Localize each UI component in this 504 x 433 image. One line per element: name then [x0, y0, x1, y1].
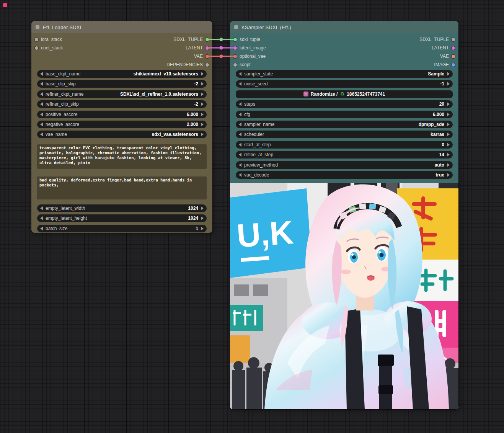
increment-arrow-icon[interactable] — [447, 82, 450, 86]
node-header[interactable]: Eff. Loader SDXL — [31, 21, 212, 33]
input-port-optional-vae[interactable]: optional_vae — [233, 52, 266, 60]
widget-base-ckpt-name[interactable]: base_ckpt_name shikianimexl_v10.safetens… — [37, 70, 207, 78]
widget-cfg[interactable]: cfg 6.000 — [236, 111, 453, 118]
increment-arrow-icon[interactable] — [447, 173, 450, 177]
decrement-arrow-icon[interactable] — [239, 173, 241, 177]
decrement-arrow-icon[interactable] — [40, 82, 43, 86]
port-dot[interactable] — [35, 38, 38, 41]
node-graph-canvas[interactable]: Eff. Loader SDXL lora_stack SDXL_TUPLE c… — [0, 0, 504, 433]
increment-arrow-icon[interactable] — [201, 206, 204, 210]
widget-base-clip-skip[interactable]: base_clip_skip -2 — [37, 80, 207, 88]
input-port-cnet-stack[interactable]: cnet_stack — [35, 44, 63, 52]
widget-scheduler[interactable]: scheduler karras — [236, 131, 453, 138]
port-dot[interactable] — [206, 38, 209, 41]
increment-arrow-icon[interactable] — [201, 102, 204, 106]
port-dot[interactable] — [452, 38, 455, 41]
decrement-arrow-icon[interactable] — [239, 153, 241, 157]
node-header[interactable]: KSampler SDXL (Eff.) — [230, 21, 458, 33]
increment-arrow-icon[interactable] — [201, 132, 204, 136]
decrement-arrow-icon[interactable] — [40, 72, 43, 76]
decrement-arrow-icon[interactable] — [40, 123, 43, 126]
seed-randomize-button[interactable]: Randomize / ♻ 186525247473741 — [236, 90, 453, 98]
positive-prompt-textarea[interactable]: transparent color PVC clothing, transpar… — [37, 144, 207, 169]
increment-arrow-icon[interactable] — [447, 132, 450, 136]
increment-arrow-icon[interactable] — [447, 72, 450, 76]
widget-noise-seed[interactable]: noise_seed -1 — [236, 80, 453, 88]
widget-refiner-clip-skip[interactable]: refiner_clip_skip -2 — [37, 100, 207, 108]
decrement-arrow-icon[interactable] — [239, 82, 241, 86]
decrement-arrow-icon[interactable] — [40, 92, 43, 96]
decrement-arrow-icon[interactable] — [239, 123, 241, 126]
dice-icon — [303, 92, 308, 96]
output-port-image[interactable]: IMAGE — [434, 60, 455, 69]
port-dot[interactable] — [452, 63, 455, 67]
increment-arrow-icon[interactable] — [447, 163, 450, 167]
increment-arrow-icon[interactable] — [201, 123, 204, 126]
port-dot[interactable] — [233, 46, 237, 50]
port-dot[interactable] — [233, 63, 237, 67]
decrement-arrow-icon[interactable] — [239, 143, 241, 147]
port-dot[interactable] — [452, 55, 455, 58]
port-dot[interactable] — [452, 46, 455, 50]
widget-positive-ascore[interactable]: positive_ascore 6.000 — [37, 111, 207, 118]
port-dot[interactable] — [35, 46, 38, 50]
port-dot[interactable] — [206, 63, 209, 67]
input-port-script[interactable]: script — [233, 60, 251, 69]
output-port-vae[interactable]: VAE — [194, 52, 209, 60]
decrement-arrow-icon[interactable] — [239, 132, 241, 136]
input-port-lora-stack[interactable]: lora_stack — [35, 35, 62, 44]
output-port-latent[interactable]: LATENT — [186, 44, 209, 52]
collapse-box-icon[interactable] — [234, 25, 238, 29]
widget-refine-at-step[interactable]: refine_at_step 14 — [236, 151, 453, 158]
increment-arrow-icon[interactable] — [447, 123, 450, 126]
widget-empty-latent-height[interactable]: empty_latent_height 1024 — [37, 214, 207, 222]
port-dot[interactable] — [233, 55, 237, 58]
increment-arrow-icon[interactable] — [447, 113, 450, 116]
increment-arrow-icon[interactable] — [201, 92, 204, 96]
collapse-box-icon[interactable] — [36, 25, 39, 29]
port-row: DEPENDENCIES — [31, 60, 212, 69]
widget-negative-ascore[interactable]: negative_ascore 2.000 — [37, 121, 207, 128]
input-port-latent-image[interactable]: latent_image — [233, 44, 266, 52]
decrement-arrow-icon[interactable] — [40, 113, 43, 116]
increment-arrow-icon[interactable] — [447, 153, 450, 157]
widget-empty-latent-width[interactable]: empty_latent_width 1024 — [37, 204, 207, 212]
decrement-arrow-icon[interactable] — [239, 113, 241, 116]
widget-preview-method[interactable]: preview_method auto — [236, 161, 453, 169]
node-eff-loader-sdxl[interactable]: Eff. Loader SDXL lora_stack SDXL_TUPLE c… — [31, 21, 212, 233]
increment-arrow-icon[interactable] — [201, 113, 204, 116]
widget-sampler-name[interactable]: sampler_name dpmpp_sde — [236, 121, 453, 128]
output-port-dependencies[interactable]: DEPENDENCIES — [166, 60, 209, 69]
input-port-sdxl-tuple[interactable]: sdxl_tuple — [233, 35, 260, 44]
increment-arrow-icon[interactable] — [201, 72, 204, 76]
output-port-sdxl-tuple[interactable]: SDXL_TUPLE — [419, 35, 455, 44]
node-ksampler-sdxl-eff[interactable]: KSampler SDXL (Eff.) sdxl_tuple SDXL_TUP… — [230, 21, 458, 409]
widget-vae-name[interactable]: vae_name sdxl_vae.safetensors — [37, 131, 207, 138]
increment-arrow-icon[interactable] — [201, 82, 204, 86]
decrement-arrow-icon[interactable] — [239, 102, 241, 106]
decrement-arrow-icon[interactable] — [239, 163, 241, 167]
increment-arrow-icon[interactable] — [447, 102, 450, 106]
widget-start-at-step[interactable]: start_at_step 0 — [236, 141, 453, 149]
widget-sampler-state[interactable]: sampler_state Sample — [236, 70, 453, 78]
widget-steps[interactable]: steps 20 — [236, 100, 453, 108]
port-dot[interactable] — [233, 38, 237, 41]
widget-batch-size[interactable]: batch_size 1 — [37, 225, 207, 232]
decrement-arrow-icon[interactable] — [40, 216, 43, 220]
output-port-sdxl-tuple[interactable]: SDXL_TUPLE — [173, 35, 209, 44]
increment-arrow-icon[interactable] — [447, 143, 450, 147]
decrement-arrow-icon[interactable] — [239, 72, 241, 76]
negative-prompt-textarea[interactable]: bad quality, deformed,extra finger,bad h… — [37, 176, 207, 199]
increment-arrow-icon[interactable] — [201, 227, 204, 230]
output-port-vae[interactable]: VAE — [440, 52, 455, 60]
decrement-arrow-icon[interactable] — [40, 206, 43, 210]
decrement-arrow-icon[interactable] — [40, 227, 43, 230]
widget-refiner-ckpt-name[interactable]: refiner_ckpt_name SDXL\sd_xl_refiner_1.0… — [37, 90, 207, 98]
output-port-latent[interactable]: LATENT — [432, 44, 455, 52]
increment-arrow-icon[interactable] — [201, 216, 204, 220]
port-dot[interactable] — [206, 55, 209, 58]
widget-vae-decode[interactable]: vae_decode true — [236, 171, 453, 179]
decrement-arrow-icon[interactable] — [40, 102, 43, 106]
decrement-arrow-icon[interactable] — [40, 132, 43, 136]
port-dot[interactable] — [206, 46, 209, 50]
